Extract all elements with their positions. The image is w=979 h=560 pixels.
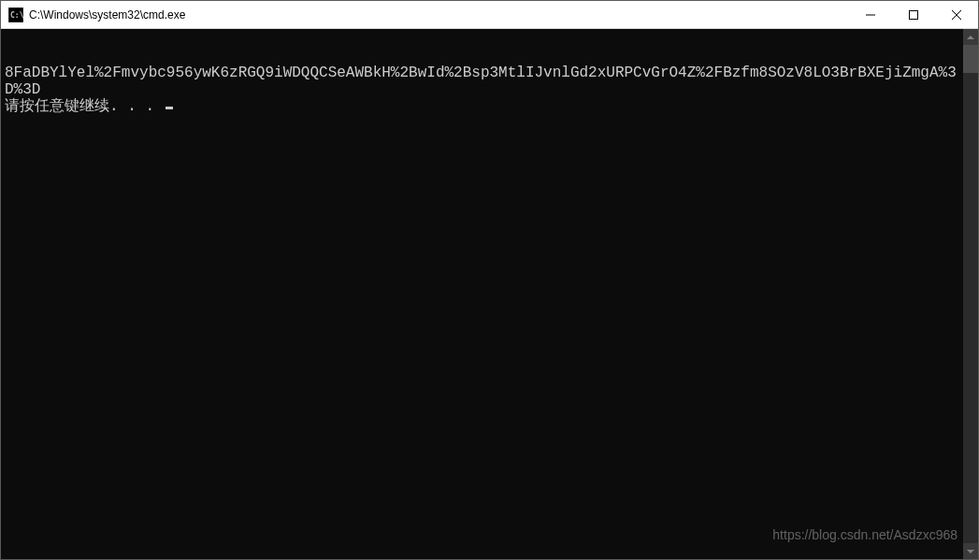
cmd-window: C:\ C:\Windows\system32\cmd.exe 8FaDBYlY… xyxy=(0,0,979,560)
svg-marker-7 xyxy=(967,550,974,553)
output-line: 8FaDBYlYel%2Fmvybc956ywK6zRGQ9iWDQQCSeAW… xyxy=(5,65,959,98)
svg-rect-3 xyxy=(910,10,918,19)
titlebar[interactable]: C:\ C:\Windows\system32\cmd.exe xyxy=(1,1,978,29)
vertical-scrollbar[interactable] xyxy=(963,29,978,559)
console-content[interactable]: 8FaDBYlYel%2Fmvybc956ywK6zRGQ9iWDQQCSeAW… xyxy=(1,29,963,559)
scroll-up-arrow[interactable] xyxy=(963,29,978,45)
console-area: 8FaDBYlYel%2Fmvybc956ywK6zRGQ9iWDQQCSeAW… xyxy=(1,29,978,559)
close-button[interactable] xyxy=(935,1,978,28)
svg-marker-6 xyxy=(967,36,974,39)
window-title: C:\Windows\system32\cmd.exe xyxy=(29,8,849,22)
window-controls xyxy=(849,1,978,28)
svg-text:C:\: C:\ xyxy=(10,11,23,20)
cursor xyxy=(166,107,173,109)
scroll-thumb[interactable] xyxy=(963,45,978,73)
cmd-icon: C:\ xyxy=(8,7,23,22)
prompt-text: 请按任意键继续. . . xyxy=(5,98,164,115)
scroll-track[interactable] xyxy=(963,45,978,543)
scroll-down-arrow[interactable] xyxy=(963,543,978,559)
maximize-button[interactable] xyxy=(892,1,935,28)
minimize-button[interactable] xyxy=(849,1,892,28)
